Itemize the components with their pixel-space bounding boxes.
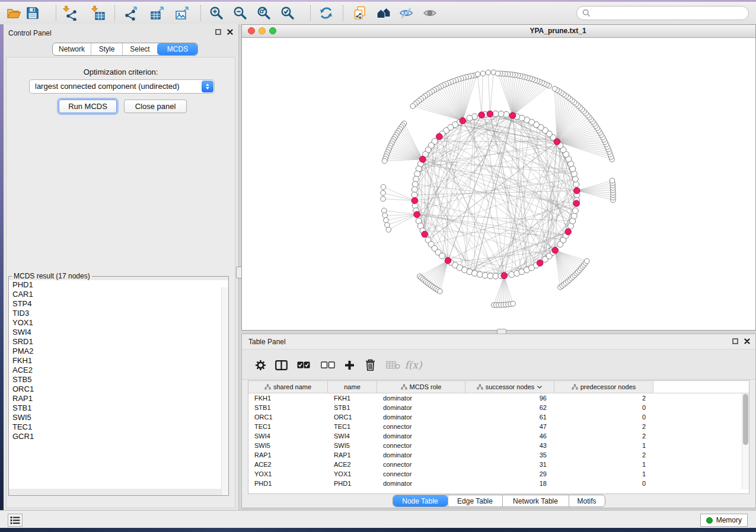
save-session-button[interactable] [23,3,42,23]
mcds-result-item[interactable]: ACE2 [9,366,228,375]
table-cell[interactable]: 62 [465,404,554,411]
table-cell[interactable]: 31 [465,461,554,468]
table-scrollbar[interactable] [742,393,749,489]
zoom-fit-button[interactable] [254,3,273,23]
table-cell[interactable]: SWI5 [248,442,328,449]
table-cell[interactable]: PHD1 [328,480,377,487]
table-cell[interactable]: 35 [465,451,554,459]
tab-motifs[interactable]: Motifs [569,495,605,507]
column-header-predecessor-nodes[interactable]: predecessor nodes [554,381,653,393]
search-input[interactable] [594,7,748,19]
first-neighbors-button[interactable] [374,3,393,23]
table-scrollbar-thumb[interactable] [743,394,748,445]
table-row[interactable]: YOX1YOX1connector291 [248,469,749,479]
export-network-button[interactable] [121,3,140,23]
table-row[interactable]: STB1STB1dominator620 [248,403,749,412]
table-cell[interactable]: 43 [465,442,554,449]
mcds-list-scrollbar[interactable] [221,287,228,495]
table-cell[interactable]: dominator [377,414,465,421]
table-cell[interactable]: connector [377,461,465,468]
tab-style[interactable]: Style [91,43,122,55]
mcds-result-item[interactable]: SWI4 [9,328,228,337]
table-cell[interactable]: RAP1 [328,451,377,459]
table-cell[interactable]: 2 [554,423,653,430]
table-cell[interactable]: dominator [377,395,465,402]
mcds-result-item[interactable]: PMA2 [9,347,228,356]
open-session-button[interactable] [4,3,23,23]
deselect-all-rows-button[interactable] [320,357,336,373]
mcds-result-item[interactable]: STB5 [9,375,228,384]
add-column-button[interactable] [341,357,358,373]
memory-button[interactable]: Memory [700,514,748,527]
mcds-result-item[interactable]: STB1 [9,403,228,413]
column-header-mcds-role[interactable]: MCDS role [377,381,465,393]
table-cell[interactable]: 1 [554,470,653,477]
delete-column-button[interactable] [362,357,378,373]
table-cell[interactable]: SWI4 [328,432,377,440]
table-cell[interactable]: STB1 [328,404,377,411]
table-cell[interactable]: connector [377,470,465,477]
table-row[interactable]: RAP1RAP1dominator352 [248,450,749,460]
table-cell[interactable]: FKH1 [328,395,377,402]
table-cell[interactable]: YOX1 [248,470,328,477]
table-cell[interactable]: 96 [465,395,554,402]
column-header-name[interactable]: name [328,381,377,393]
select-all-rows-button[interactable] [295,357,312,373]
table-cell[interactable]: 18 [465,480,554,487]
table-cell[interactable]: 1 [554,461,653,468]
mcds-result-item[interactable]: SRD1 [9,337,228,347]
table-cell[interactable]: SWI5 [328,442,377,449]
table-cell[interactable]: connector [377,423,465,430]
table-cell[interactable]: 1 [554,442,653,449]
mcds-result-item[interactable]: CAR1 [9,290,228,299]
table-cell[interactable]: TEC1 [248,423,328,430]
tab-select[interactable]: Select [122,43,157,55]
mcds-result-item[interactable]: PHD1 [9,280,228,290]
mcds-result-list[interactable]: PHD1CAR1STP4TID3YOX1SWI4SRD1PMA2FKH1ACE2… [9,280,228,489]
mcds-result-item[interactable]: STP4 [9,299,228,309]
table-cell[interactable]: 0 [554,480,653,487]
close-table-panel-button[interactable] [744,338,751,345]
new-network-from-selection-button[interactable] [350,3,369,23]
table-cell[interactable]: 29 [465,470,554,477]
network-window-titlebar[interactable]: YPA_prune.txt_1 [242,25,755,38]
close-panel-action-button[interactable]: Close panel [124,100,187,113]
run-mcds-button[interactable]: Run MCDS [59,100,117,113]
mcds-result-item[interactable]: ORC1 [9,384,228,394]
table-row[interactable]: FKH1FKH1dominator962 [248,393,749,403]
show-all-button[interactable] [420,3,439,23]
table-row[interactable]: TEC1TEC1connector472 [248,422,749,431]
table-cell[interactable]: TEC1 [328,423,377,430]
window-close-traffic-light[interactable] [248,27,255,34]
zoom-in-button[interactable] [207,3,226,23]
window-zoom-traffic-light[interactable] [269,27,276,34]
table-row[interactable]: SWI5SWI5connector431 [248,441,749,450]
tab-network-table[interactable]: Network Table [502,495,569,507]
tab-edge-table[interactable]: Edge Table [448,495,502,507]
hide-selected-button[interactable] [397,3,416,23]
mcds-result-item[interactable]: SWI5 [9,413,228,422]
table-cell[interactable]: 2 [554,451,653,459]
float-table-panel-button[interactable] [732,338,739,345]
table-cell[interactable]: dominator [377,480,465,487]
optimization-criterion-select[interactable]: largest connected component (undirected) [29,79,215,94]
table-cell[interactable]: 47 [465,423,554,430]
import-table-button[interactable] [89,3,108,23]
search-field[interactable] [576,6,749,20]
table-cell[interactable]: 46 [465,432,554,440]
mcds-result-item[interactable]: GCR1 [9,432,228,441]
table-cell[interactable]: ORC1 [248,414,328,421]
apply-function-button[interactable]: f(x) [405,357,422,373]
table-cell[interactable]: STB1 [248,404,328,411]
tab-network[interactable]: Network [53,43,91,55]
table-cell[interactable]: ACE2 [248,461,328,468]
export-image-button[interactable] [173,3,192,23]
float-panel-button[interactable] [215,28,222,36]
import-network-button[interactable] [60,3,79,23]
mcds-result-item[interactable]: FKH1 [9,356,228,366]
window-minimize-traffic-light[interactable] [259,27,266,34]
table-cell[interactable]: YOX1 [328,470,377,477]
tab-mcds[interactable]: MCDS [157,43,197,55]
table-cell[interactable]: RAP1 [248,451,328,459]
table-cell[interactable]: ACE2 [328,461,377,468]
